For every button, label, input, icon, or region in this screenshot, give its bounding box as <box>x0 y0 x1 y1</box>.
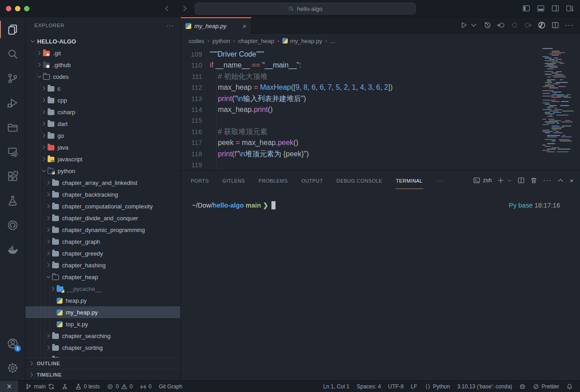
tree-folder-dart[interactable]: dart <box>25 118 180 130</box>
tree-folder-__pycache__[interactable]: __pycache__ <box>25 283 180 295</box>
tree-folder-chapter_array_and_linkedlist[interactable]: chapter_array_and_linkedlist <box>25 177 180 189</box>
status-eol[interactable]: LF <box>407 381 421 392</box>
code-line-109[interactable]: 109"""Driver Code""" <box>181 49 580 60</box>
panel-more-tabs-icon[interactable]: ··· <box>437 177 444 184</box>
activity-source-control-button[interactable] <box>0 66 25 91</box>
status-indentation[interactable]: Spaces: 4 <box>353 381 384 392</box>
status-tests-indicator[interactable]: 0 tests <box>72 381 103 392</box>
panel-tab-problems[interactable]: PROBLEMS <box>258 172 288 189</box>
activity-project-manager-button[interactable] <box>0 115 25 140</box>
tree-folder-chapter_stack_and_queue[interactable]: chapter_stack_and_queue <box>25 353 180 358</box>
tree-folder-chapter_heap[interactable]: chapter_heap <box>25 271 180 283</box>
code-editor[interactable]: 109"""Driver Code"""110if __name__ == "_… <box>181 48 580 170</box>
activity-docker-button[interactable] <box>0 237 25 262</box>
panel-more-actions-icon[interactable]: ··· <box>543 176 551 184</box>
code-line-110[interactable]: 110if __name__ == "__main__": <box>181 60 580 71</box>
breadcrumb-python[interactable]: python <box>213 38 230 44</box>
tree-folder-chapter_divide_and_conquer[interactable]: chapter_divide_and_conquer <box>25 212 180 224</box>
command-center-search[interactable]: hello-algo <box>195 3 416 15</box>
explorer-more-actions-icon[interactable]: ··· <box>166 22 174 29</box>
tree-folder-c[interactable]: c <box>25 82 180 94</box>
tree-folder-chapter_hashing[interactable]: chapter_hashing <box>25 259 180 271</box>
forward-icon[interactable] <box>181 5 188 12</box>
status-problems-indicator[interactable]: 00 <box>103 381 136 392</box>
activity-github-button[interactable] <box>0 213 25 237</box>
status-copilot[interactable] <box>516 381 529 392</box>
tab-my-heap[interactable]: my_heap.py × <box>181 17 251 34</box>
split-terminal-icon[interactable] <box>517 177 525 184</box>
tree-folder-java[interactable]: java <box>25 141 180 153</box>
status-git-graph[interactable]: Git Graph <box>155 381 186 392</box>
tree-folder-chapter_graph[interactable]: chapter_graph <box>25 236 180 247</box>
terminal-dropdown-icon[interactable] <box>507 178 512 183</box>
file-history-icon[interactable] <box>483 21 491 29</box>
breadcrumb-my_heap.py[interactable]: my_heap.py <box>282 38 322 44</box>
activity-remote-explorer-button[interactable] <box>0 140 25 164</box>
customize-layout-icon[interactable] <box>566 5 574 12</box>
outline-section[interactable]: OUTLINE <box>25 358 180 369</box>
tree-file-my_heap.py[interactable]: my_heap.py <box>25 306 180 318</box>
status-cursor-position[interactable]: Ln 1, Col 1 <box>319 381 353 392</box>
activity-testing-button[interactable] <box>0 189 25 213</box>
activity-extensions-button[interactable] <box>0 164 25 189</box>
toggle-panel-icon[interactable] <box>537 5 545 12</box>
tree-file-heap.py[interactable]: heap.py <box>25 295 180 306</box>
panel-tab-gitlens[interactable]: GITLENS <box>222 172 246 189</box>
toggle-sidebar-icon[interactable] <box>522 5 530 12</box>
code-line-116[interactable]: 116 # 获取堆顶元素 <box>181 126 580 137</box>
breadcrumb-codes[interactable]: codes <box>188 38 204 44</box>
code-line-117[interactable]: 117 peek = max_heap.peek() <box>181 137 580 148</box>
tree-folder-cpp[interactable]: cpp <box>25 94 180 106</box>
maximize-panel-icon[interactable] <box>557 177 564 184</box>
editor-more-actions-icon[interactable]: ··· <box>565 21 574 29</box>
tree-folder-chapter_searching[interactable]: chapter_searching <box>25 330 180 342</box>
status-python-interpreter[interactable]: 3.10.13 ('base': conda) <box>454 381 516 392</box>
settings-button[interactable] <box>0 356 25 380</box>
status-encoding[interactable]: UTF-8 <box>385 381 407 392</box>
breadcrumb-chapter_heap[interactable]: chapter_heap <box>238 38 275 44</box>
back-icon[interactable] <box>163 5 171 12</box>
terminal-area[interactable]: ~/Dow/hello-algo main ❯ Py base 18:17:16 <box>181 190 580 380</box>
kill-terminal-icon[interactable] <box>530 177 537 184</box>
accounts-button[interactable]: 1 <box>0 331 25 356</box>
status-language-mode[interactable]: Python <box>421 381 454 392</box>
minimap[interactable] <box>541 48 576 157</box>
status-prettier[interactable]: Prettier <box>529 381 563 392</box>
timeline-section[interactable]: TIMELINE <box>25 369 180 380</box>
panel-tab-ports[interactable]: PORTS <box>190 172 209 189</box>
tree-folder-HELLO-ALGO[interactable]: HELLO-ALGO <box>25 35 180 47</box>
change-marker-icon[interactable] <box>511 21 518 29</box>
activity-run-debug-button[interactable] <box>0 91 25 115</box>
code-line-118[interactable]: 118 print(f"\n堆顶元素为 {peek}") <box>181 149 580 160</box>
code-line-115[interactable]: 115 <box>181 115 580 126</box>
remote-indicator[interactable] <box>0 381 18 392</box>
minimize-window-button[interactable] <box>15 6 20 11</box>
close-panel-icon[interactable]: × <box>570 177 574 184</box>
tree-folder-codes[interactable]: codes <box>25 71 180 82</box>
panel-tab-output[interactable]: OUTPUT <box>301 172 324 189</box>
code-line-112[interactable]: 112 max_heap = MaxHeap([9, 8, 6, 6, 7, 5… <box>181 82 580 93</box>
status-notifications[interactable] <box>563 381 576 392</box>
panel-tab-debug-console[interactable]: DEBUG CONSOLE <box>336 172 383 189</box>
tree-folder-csharp[interactable]: csharp <box>25 106 180 118</box>
status-ports-indicator[interactable]: 0 <box>136 381 155 392</box>
run-python-file-icon[interactable] <box>460 21 468 29</box>
tree-folder-javascript[interactable]: JSjavascript <box>25 153 180 165</box>
status-branch-indicator[interactable]: main <box>22 381 58 392</box>
toggle-secondary-sidebar-icon[interactable] <box>551 5 559 12</box>
tree-folder-.git[interactable]: .git <box>25 47 180 59</box>
status-gitlens-compare[interactable] <box>58 381 72 392</box>
run-dropdown-icon[interactable] <box>470 21 478 29</box>
code-line-114[interactable]: 114 max_heap.print() <box>181 104 580 115</box>
git-graph-icon[interactable] <box>538 21 546 29</box>
code-line-111[interactable]: 111 # 初始化大顶堆 <box>181 71 580 82</box>
new-terminal-icon[interactable] <box>497 177 504 184</box>
tree-folder-go[interactable]: go <box>25 130 180 141</box>
tree-folder-chapter_sorting[interactable]: chapter_sorting <box>25 342 180 353</box>
tree-folder-chapter_dynamic_programming[interactable]: chapter_dynamic_programming <box>25 224 180 236</box>
tree-folder-.github[interactable]: .github <box>25 59 180 71</box>
close-window-button[interactable] <box>6 6 11 11</box>
breadcrumb-...[interactable]: ... <box>330 38 335 44</box>
split-editor-icon[interactable] <box>551 21 559 29</box>
activity-explorer-button[interactable] <box>0 17 25 42</box>
